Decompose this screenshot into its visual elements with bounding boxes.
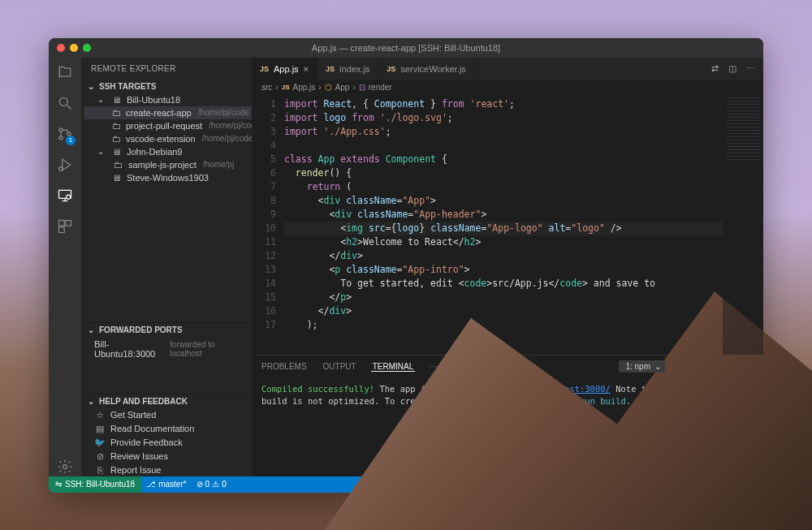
chevron-down-icon: ⌄ [88,397,96,406]
traffic-lights [57,44,91,52]
js-file-icon: JS [387,65,395,73]
remote-icon: ⇋ [55,480,62,489]
ssh-target[interactable]: ⌄ 🖥 John-Debian9 [84,145,252,158]
help-feedback[interactable]: 🐦Provide Feedback [81,436,252,450]
js-file-icon: JS [282,84,290,91]
sidebar-title: REMOTE EXPLORER [81,58,252,80]
explorer-icon[interactable] [56,64,74,82]
svg-point-4 [67,131,71,135]
terminal-selector[interactable]: 1: npm [619,360,665,373]
ssh-target[interactable]: ⌄ 🖥 Steve-Windows1903 [84,171,252,184]
warning-icon: ⚠ [212,480,219,489]
help-review-issues[interactable]: ⊘Review Issues [81,450,252,463]
folder-icon: 🗀 [112,108,121,118]
ssh-targets-header[interactable]: ⌄ SSH TARGETS [81,80,252,93]
svg-rect-10 [59,226,65,232]
panel-tab-output[interactable]: OUTPUT [322,362,358,371]
report-icon: ⎘ [94,465,106,475]
close-icon[interactable]: × [304,64,309,74]
extensions-icon[interactable] [56,218,74,236]
folder-icon: 🗀 [112,160,123,170]
chevron-down-icon: ⌄ [88,82,96,91]
window-title: App.js — create-react-app [SSH: Bill-Ubu… [312,43,500,53]
code-editor[interactable]: 1234567891011121314151617 import React, … [252,94,763,355]
monitor-icon: 🖥 [110,147,122,157]
search-icon[interactable] [56,95,74,113]
tab-app-js[interactable]: JS App.js × [252,58,317,80]
minimize-window-button[interactable] [70,44,78,52]
svg-rect-8 [59,220,65,226]
issues-icon: ⊘ [94,451,106,462]
star-icon: ☆ [94,410,106,420]
folder-icon: 🗀 [112,121,121,131]
help-get-started[interactable]: ☆Get Started [81,408,252,422]
settings-gear-icon[interactable] [56,459,74,476]
source-control-icon[interactable] [56,126,74,144]
error-icon: ⊘ [197,480,203,489]
js-file-icon: JS [326,65,335,73]
compare-icon[interactable]: ⇄ [711,63,719,74]
remote-folder[interactable]: 🗀 project-pull-request /home/pj/code [84,119,252,132]
remote-folder[interactable]: 🗀 sample-js-project /home/pj [84,158,252,171]
status-git-branch[interactable]: ⎇ master* [141,480,191,489]
debug-icon[interactable] [56,157,74,175]
tab-index-js[interactable]: JS index.js [317,58,378,80]
help-feedback-header[interactable]: ⌄ HELP AND FEEDBACK [81,394,252,408]
panel-tab-terminal[interactable]: TERMINAL [371,362,416,372]
tab-service-worker-js[interactable]: JS serviceWorker.js [378,58,475,80]
help-report-issue[interactable]: ⎘Report Issue [81,463,252,476]
folder-icon: 🗀 [112,134,121,144]
chevron-down-icon: ⌄ [97,95,106,104]
activity-bar [49,58,81,476]
svg-rect-9 [66,220,71,226]
remote-folder[interactable]: 🗀 vscode-extension /home/pj/code [84,132,252,145]
svg-point-11 [63,464,67,468]
breadcrumbs[interactable]: src › JS App.js › ⬡ App › ⊡ render [252,80,763,94]
js-file-icon: JS [260,65,269,73]
chevron-down-icon: ⌄ [97,147,106,156]
twitter-icon: 🐦 [94,437,106,448]
ssh-target[interactable]: ⌄ 🖥 Bill-Ubuntu18 [84,93,252,106]
status-problems[interactable]: ⊘0 ⚠0 [192,480,231,489]
titlebar[interactable]: App.js — create-react-app [SSH: Bill-Ubu… [49,38,763,58]
remote-folder[interactable]: 🗀 create-react-app /home/pj/code [84,106,252,119]
chevron-down-icon: ⌄ [88,325,96,334]
minimap[interactable] [723,94,763,355]
close-window-button[interactable] [57,44,65,52]
zoom-window-button[interactable] [83,44,91,52]
svg-point-3 [59,136,63,139]
forwarded-ports-header[interactable]: ⌄ FORWARDED PORTS [81,323,252,337]
svg-point-2 [59,127,63,131]
forwarded-port[interactable]: Bill-Ubuntu18:3000 forwarded to localhos… [81,337,252,361]
book-icon: ▤ [94,424,106,434]
monitor-icon: 🖥 [110,95,122,105]
remote-explorer-icon[interactable] [56,187,74,205]
panel-tab-problems[interactable]: PROBLEMS [260,362,309,371]
editor-tabs: JS App.js × JS index.js JS serviceWorker… [252,58,763,80]
sidebar: REMOTE EXPLORER ⌄ SSH TARGETS ⌄ 🖥 Bill-U… [81,58,252,476]
svg-line-1 [67,105,71,109]
branch-icon: ⎇ [146,480,156,489]
help-list: ☆Get Started ▤Read Documentation 🐦Provid… [81,408,252,476]
more-icon[interactable]: ⋯ [746,63,755,74]
help-read-docs[interactable]: ▤Read Documentation [81,422,252,436]
svg-point-0 [59,97,67,106]
status-remote-host[interactable]: ⇋ SSH: Bill-Ubuntu18 [49,476,141,493]
tab-actions: ⇄ ◫ ⋯ [703,58,763,80]
code-content[interactable]: import React, { Component } from 'react'… [284,94,723,355]
monitor-icon: 🖥 [110,173,122,183]
split-editor-icon[interactable]: ◫ [728,63,736,74]
svg-point-7 [67,195,71,199]
line-gutter: 1234567891011121314151617 [252,94,284,355]
ssh-targets-tree: ⌄ 🖥 Bill-Ubuntu18 🗀 create-react-app /ho… [81,93,252,184]
